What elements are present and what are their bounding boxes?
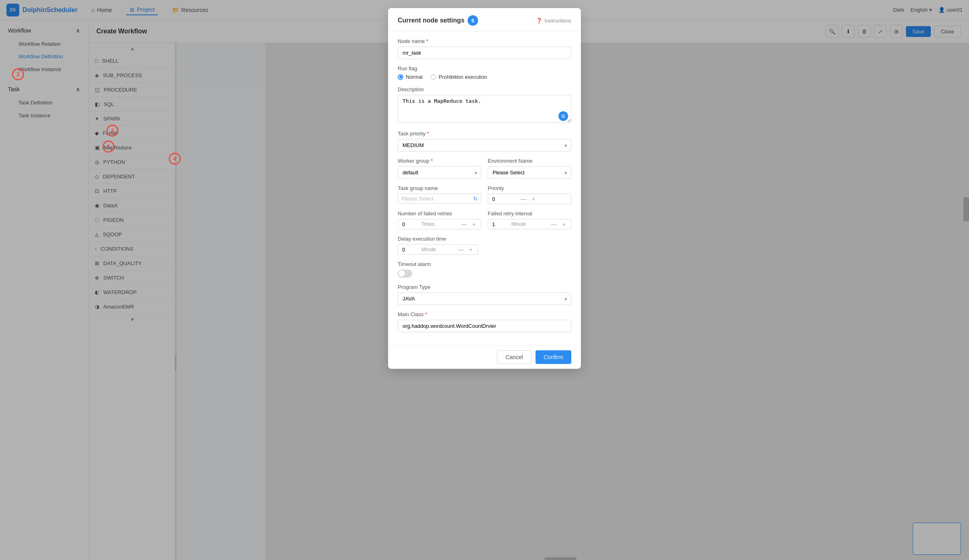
program-type-select[interactable]: JAVA SCALA PYTHON bbox=[398, 292, 571, 305]
task-group-name-placeholder: Please Select bbox=[401, 196, 473, 202]
instructions-button[interactable]: ❓ Instructions bbox=[536, 18, 571, 24]
timeout-alarm-group: Timeout alarm bbox=[398, 261, 571, 278]
priority-input[interactable] bbox=[492, 196, 516, 202]
cancel-button[interactable]: Cancel bbox=[497, 350, 532, 364]
node-name-label: Node name bbox=[398, 38, 571, 44]
priority-decrement[interactable]: — bbox=[519, 196, 527, 202]
question-icon: ❓ bbox=[536, 18, 542, 24]
modal-header: Current node settings 5 ❓ Instructions bbox=[388, 8, 581, 32]
task-priority-label: Task priority bbox=[398, 131, 571, 137]
environment-name-select[interactable]: Please Select bbox=[488, 166, 571, 179]
description-input[interactable]: This is a MapReduce task. bbox=[398, 95, 571, 123]
failed-retries-input[interactable] bbox=[402, 221, 418, 227]
failed-retries-decrement[interactable]: — bbox=[460, 221, 468, 227]
delay-decrement[interactable]: — bbox=[457, 246, 465, 253]
node-name-group: Node name bbox=[398, 38, 571, 59]
program-type-group: Program Type JAVA SCALA PYTHON bbox=[398, 284, 571, 305]
modal-body: Node name Run flag Normal Prohibition ex… bbox=[388, 32, 581, 345]
modal-dialog: Current node settings 5 ❓ Instructions N… bbox=[388, 8, 581, 369]
run-flag-prohibition[interactable]: Prohibition execution bbox=[431, 74, 487, 80]
priority-increment[interactable]: + bbox=[531, 196, 536, 202]
task-priority-select-wrapper: LOWEST LOW MEDIUM HIGH HIGHEST bbox=[398, 139, 571, 151]
retry-interval-input[interactable] bbox=[492, 221, 508, 227]
retry-interval-increment[interactable]: + bbox=[561, 221, 567, 227]
main-class-label: Main Class bbox=[398, 311, 571, 317]
delay-execution-group: Delay execution time Minute — + bbox=[398, 236, 571, 255]
radio-normal-label: Normal bbox=[406, 74, 423, 80]
modal-footer: Cancel Confirm bbox=[388, 345, 581, 369]
worker-group-label: Worker group bbox=[398, 158, 481, 164]
environment-name-select-wrapper: Please Select bbox=[488, 166, 571, 179]
task-group-name-select-wrapper: Please Select ↻ bbox=[398, 194, 481, 204]
priority-input-group: — + bbox=[488, 194, 571, 204]
run-flag-normal[interactable]: Normal bbox=[398, 74, 423, 80]
instructions-label: Instructions bbox=[545, 18, 571, 24]
delay-execution-input[interactable] bbox=[402, 247, 418, 253]
retry-interval-unit: Minute bbox=[511, 221, 547, 227]
failed-retries-increment[interactable]: + bbox=[471, 221, 477, 227]
delay-execution-label: Delay execution time bbox=[398, 236, 571, 242]
run-flag-group: Run flag Normal Prohibition execution bbox=[398, 65, 571, 80]
environment-name-label: Environment Name bbox=[488, 158, 571, 164]
timeout-alarm-toggle[interactable] bbox=[398, 270, 412, 278]
retry-interval-label: Failed retry interval bbox=[488, 211, 571, 217]
task-priority-select[interactable]: LOWEST LOW MEDIUM HIGH HIGHEST bbox=[398, 139, 571, 151]
worker-group-select-wrapper: default bbox=[398, 166, 481, 179]
failed-retries-group: Number of failed retries Times — + bbox=[398, 211, 481, 229]
main-class-group: Main Class bbox=[398, 311, 571, 332]
delay-increment[interactable]: + bbox=[468, 246, 474, 253]
retry-interval-input-group: Minute — + bbox=[488, 219, 571, 229]
environment-name-group: Environment Name Please Select bbox=[488, 158, 571, 179]
modal-title: Current node settings 5 bbox=[398, 15, 478, 26]
failed-retries-input-group: Times — + bbox=[398, 219, 481, 229]
priority-label: Priority bbox=[488, 185, 571, 191]
description-label: Description bbox=[398, 86, 571, 92]
description-group: Description This is a MapReduce task. G bbox=[398, 86, 571, 124]
timeout-alarm-label: Timeout alarm bbox=[398, 261, 571, 267]
task-group-name-label: Task group name bbox=[398, 185, 481, 191]
node-name-input[interactable] bbox=[398, 47, 571, 59]
main-class-input[interactable] bbox=[398, 320, 571, 332]
worker-env-row: Worker group default Environment Name Pl… bbox=[398, 158, 571, 185]
priority-group: Priority — + bbox=[488, 185, 571, 204]
program-type-select-wrapper: JAVA SCALA PYTHON bbox=[398, 292, 571, 305]
taskgroup-priority-row: Task group name Please Select ↻ Priority… bbox=[398, 185, 571, 211]
modal-badge: 5 bbox=[468, 15, 478, 26]
radio-normal-circle bbox=[398, 74, 403, 80]
confirm-button[interactable]: Confirm bbox=[536, 350, 571, 364]
delay-execution-input-group: Minute — + bbox=[398, 244, 478, 255]
run-flag-label: Run flag bbox=[398, 65, 571, 72]
run-flag-options: Normal Prohibition execution bbox=[398, 74, 571, 80]
worker-group-select[interactable]: default bbox=[398, 166, 481, 179]
program-type-label: Program Type bbox=[398, 284, 571, 290]
radio-prohibition-circle bbox=[431, 74, 436, 80]
delay-execution-unit: Minute bbox=[421, 247, 454, 252]
radio-prohibition-label: Prohibition execution bbox=[439, 74, 487, 80]
retry-interval-group: Failed retry interval Minute — + bbox=[488, 211, 571, 229]
task-group-loading-icon: ↻ bbox=[473, 196, 478, 202]
failed-retries-label: Number of failed retries bbox=[398, 211, 481, 217]
retry-interval-decrement[interactable]: — bbox=[550, 221, 558, 227]
modal-title-text: Current node settings bbox=[398, 17, 464, 24]
modal-overlay: Current node settings 5 ❓ Instructions N… bbox=[0, 0, 969, 560]
grammar-button[interactable]: G bbox=[558, 111, 568, 121]
task-group-name-group: Task group name Please Select ↻ bbox=[398, 185, 481, 204]
retries-row: Number of failed retries Times — + Faile… bbox=[398, 211, 571, 236]
description-wrapper: This is a MapReduce task. G bbox=[398, 95, 571, 124]
failed-retries-unit: Times bbox=[421, 221, 457, 227]
task-priority-group: Task priority LOWEST LOW MEDIUM HIGH HIG… bbox=[398, 131, 571, 151]
worker-group-group: Worker group default bbox=[398, 158, 481, 179]
